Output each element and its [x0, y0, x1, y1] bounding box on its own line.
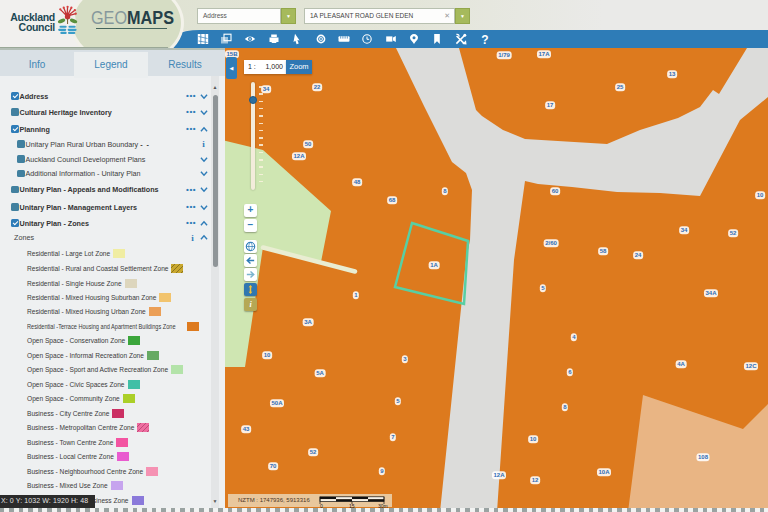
svg-text:30m: 30m [378, 502, 388, 508]
svg-text:?: ? [481, 33, 488, 47]
svg-text:0: 0 [320, 502, 323, 508]
svg-text:15: 15 [349, 502, 355, 508]
